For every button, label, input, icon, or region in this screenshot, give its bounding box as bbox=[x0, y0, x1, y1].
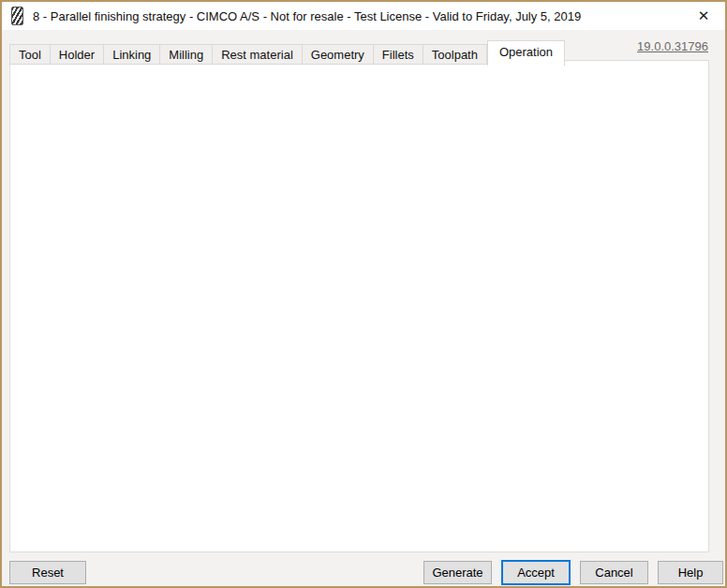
tab-operation[interactable]: Operation bbox=[487, 40, 565, 66]
close-icon[interactable]: ✕ bbox=[688, 2, 720, 30]
tab-strip: Tool Holder Linking Milling Rest materia… bbox=[9, 39, 565, 65]
tab-geometry[interactable]: Geometry bbox=[303, 44, 374, 65]
window-title: 8 - Parallel finishing strategy - CIMCO … bbox=[33, 9, 581, 23]
version-link[interactable]: 19.0.0.31796 bbox=[637, 39, 708, 53]
tab-toolpath[interactable]: Toolpath bbox=[423, 44, 487, 65]
help-button[interactable]: Help bbox=[658, 561, 723, 584]
tab-milling[interactable]: Milling bbox=[160, 44, 213, 65]
tab-fillets[interactable]: Fillets bbox=[374, 44, 423, 65]
tab-holder[interactable]: Holder bbox=[51, 44, 104, 65]
title-bar: 8 - Parallel finishing strategy - CIMCO … bbox=[2, 2, 725, 30]
dialog-window: 8 - Parallel finishing strategy - CIMCO … bbox=[0, 0, 727, 588]
reset-button[interactable]: Reset bbox=[9, 561, 86, 584]
generate-button[interactable]: Generate bbox=[423, 561, 492, 584]
tab-tool[interactable]: Tool bbox=[9, 44, 51, 65]
tab-linking[interactable]: Linking bbox=[104, 44, 160, 65]
tab-rest-material[interactable]: Rest material bbox=[213, 44, 303, 65]
accept-button[interactable]: Accept bbox=[501, 560, 571, 585]
cancel-button[interactable]: Cancel bbox=[580, 561, 648, 584]
operation-tab-page bbox=[9, 60, 709, 552]
endmill-app-icon bbox=[11, 7, 23, 25]
